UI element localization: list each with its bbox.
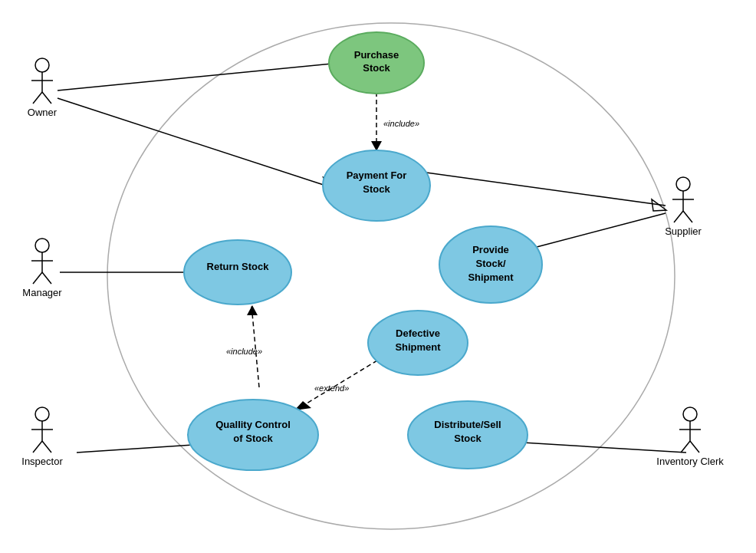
actor-manager: Manager	[22, 239, 62, 298]
svg-line-8	[33, 272, 42, 284]
quality-control-label: Quallity Control	[215, 419, 291, 430]
owner-purchase-line	[58, 64, 332, 91]
svg-point-0	[35, 58, 49, 72]
owner-payment-line	[58, 98, 328, 186]
include-label-1: «include»	[383, 119, 419, 128]
inspector-quality-line	[77, 445, 193, 453]
svg-line-9	[42, 272, 51, 284]
distribute-sell-label: Distribute/Sell	[434, 419, 501, 430]
include-arrow-2	[247, 305, 258, 315]
svg-point-5	[35, 239, 49, 252]
svg-line-13	[33, 441, 42, 453]
provide-stock-label3: Shipment	[468, 272, 514, 283]
actor-owner: Owner	[28, 58, 58, 118]
svg-line-23	[681, 441, 690, 453]
purchase-stock-label: Purchase	[354, 49, 399, 61]
return-stock-label: Return Stock	[207, 261, 270, 272]
defective-shipment-label2: Shipment	[395, 341, 441, 353]
quality-control-label2: of Stock	[233, 433, 273, 444]
actor-supplier: Supplier	[665, 177, 702, 237]
svg-line-3	[33, 92, 42, 104]
inventory-clerk-label: Inventory Clerk	[656, 456, 724, 467]
include-label-2: «include»	[226, 347, 262, 356]
svg-point-20	[683, 407, 697, 421]
defective-shipment-label: Defective	[396, 328, 440, 339]
extend-label: «extend»	[314, 383, 349, 393]
manager-label: Manager	[22, 287, 62, 298]
return-stock-ellipse[interactable]	[184, 240, 291, 304]
svg-line-24	[690, 441, 699, 453]
svg-point-10	[35, 407, 49, 421]
provide-supplier-line	[537, 213, 666, 247]
payment-stock-label: Payment For	[347, 170, 407, 181]
svg-line-19	[683, 211, 692, 222]
provide-stock-label: Provide	[472, 244, 509, 255]
diagram-canvas: «include» «include» «extend» Purchase St…	[0, 0, 756, 553]
payment-stock-label2: Stock	[363, 183, 390, 195]
purchase-stock-label2: Stock	[363, 62, 390, 74]
supplier-label: Supplier	[665, 225, 702, 237]
svg-point-15	[676, 177, 690, 191]
inspector-label: Inspector	[21, 456, 63, 467]
inventory-distribute-line	[523, 443, 686, 453]
svg-line-14	[42, 441, 51, 453]
owner-label: Owner	[28, 107, 58, 118]
provide-stock-label2: Stock/	[475, 258, 505, 269]
distribute-sell-label2: Stock	[454, 433, 482, 444]
svg-line-18	[674, 211, 683, 222]
actor-inventory-clerk: Inventory Clerk	[656, 407, 724, 467]
svg-line-4	[42, 92, 51, 104]
actor-inspector: Inspector	[21, 407, 63, 467]
payment-supplier-line	[426, 173, 666, 206]
